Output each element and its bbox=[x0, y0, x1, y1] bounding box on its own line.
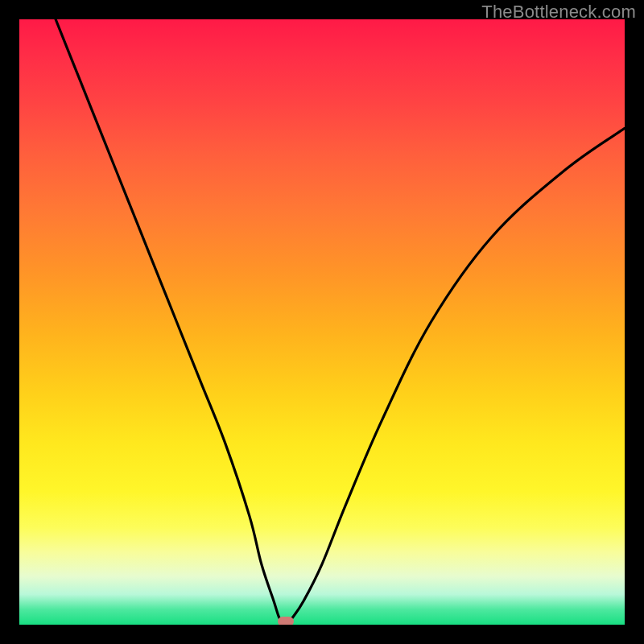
bottleneck-curve bbox=[19, 19, 625, 625]
chart-frame: TheBottleneck.com bbox=[0, 0, 644, 644]
minimum-marker bbox=[278, 617, 294, 625]
plot-area bbox=[19, 19, 625, 625]
watermark-text: TheBottleneck.com bbox=[481, 2, 636, 23]
